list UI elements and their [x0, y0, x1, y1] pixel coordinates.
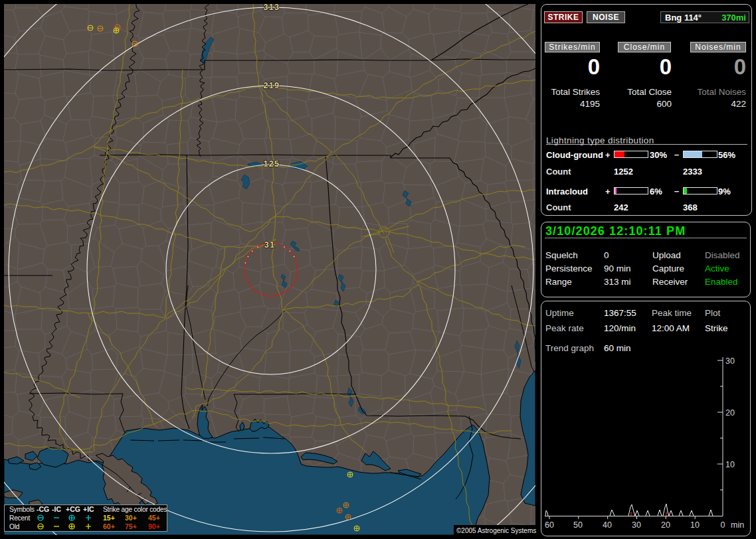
svg-text:30: 30 [632, 520, 641, 530]
svg-text:31: 31 [264, 240, 276, 250]
svg-text:20: 20 [725, 408, 735, 418]
svg-text:50: 50 [573, 520, 583, 530]
svg-text:60+: 60+ [103, 522, 115, 530]
svg-text:40: 40 [603, 520, 612, 530]
svg-text:Old: Old [9, 523, 20, 530]
svg-text:90+: 90+ [148, 522, 160, 530]
svg-text:313: 313 [264, 4, 280, 12]
svg-text:min: min [731, 520, 744, 530]
svg-text:30+: 30+ [125, 514, 137, 522]
svg-text:Recent: Recent [9, 514, 30, 522]
svg-text:Strike age color codes: Strike age color codes [103, 506, 167, 513]
svg-text:-CG: -CG [37, 505, 49, 513]
svg-text:Symbols: Symbols [9, 506, 35, 513]
svg-text:+CG: +CG [66, 505, 80, 513]
svg-text:0: 0 [721, 520, 725, 530]
svg-text:60: 60 [545, 520, 554, 530]
svg-text:125: 125 [264, 159, 280, 169]
svg-text:45+: 45+ [148, 514, 160, 522]
svg-text:10: 10 [690, 520, 700, 530]
svg-text:+IC: +IC [83, 505, 94, 513]
svg-text:75+: 75+ [125, 522, 137, 530]
svg-text:30: 30 [725, 356, 735, 366]
svg-text:219: 219 [264, 81, 280, 90]
svg-text:10: 10 [725, 460, 735, 469]
svg-text:-IC: -IC [52, 505, 61, 513]
svg-text:15+: 15+ [103, 514, 115, 522]
svg-text:20: 20 [661, 520, 670, 530]
